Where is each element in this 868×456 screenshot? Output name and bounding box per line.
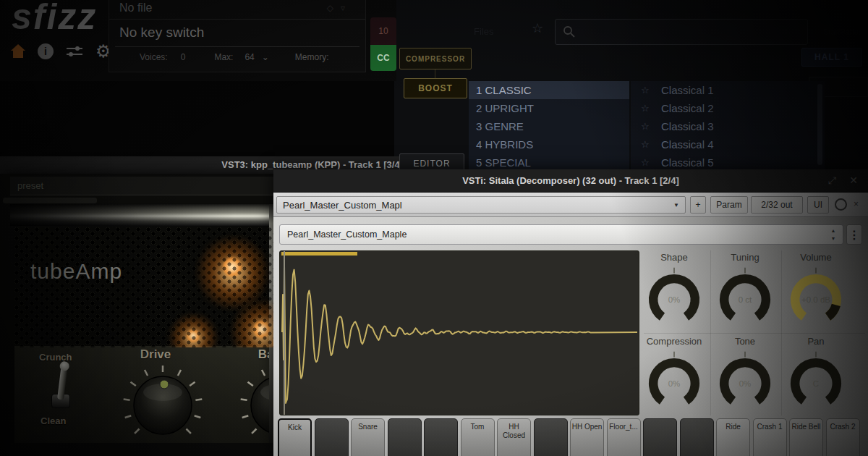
max-dropdown-caret[interactable]: ⌄ <box>262 52 269 62</box>
kit-selector[interactable]: Pearl_Master_Custom_Maple ▲▼ <box>279 224 843 245</box>
power-circle-icon[interactable] <box>835 198 847 211</box>
preset-combobox[interactable]: Pearl_Master_Custom_Mapl ▼ <box>276 196 686 214</box>
sliders-icon[interactable] <box>65 43 84 59</box>
favorite-star-icon[interactable]: ☆ <box>641 117 650 135</box>
drive-knob[interactable] <box>116 358 210 446</box>
waveform-display[interactable] <box>279 250 639 415</box>
knob-dial[interactable]: 0% <box>639 347 709 417</box>
memory-label: Memory: <box>295 52 329 62</box>
home-icon[interactable] <box>10 44 26 59</box>
volume-knob[interactable]: Volume +0.0 dB <box>781 252 851 333</box>
pad-kick[interactable]: Kick <box>278 418 312 456</box>
chevron-down-icon: ▼ <box>673 202 679 208</box>
pad-snare[interactable]: Snare <box>351 418 385 456</box>
tube-glow-core <box>253 320 271 339</box>
tone-knob[interactable]: Tone 0% <box>710 336 780 417</box>
param-button[interactable]: Param <box>710 196 748 214</box>
pad-empty[interactable] <box>680 418 714 456</box>
category-item[interactable]: 3 GENRE <box>469 117 629 135</box>
groove-search-input[interactable] <box>555 19 808 45</box>
ui-button[interactable]: UI <box>807 196 829 214</box>
pad-empty[interactable] <box>424 418 458 456</box>
sfizz-panel: sfizz i ⚙ No file ◇▿ No key switch Voice… <box>0 0 396 81</box>
cc-badge[interactable]: CC <box>370 45 396 71</box>
file-name: No file <box>119 1 152 14</box>
category-item[interactable]: 2 UPRIGHT <box>469 99 629 117</box>
sfizz-logo: sfizz <box>12 0 97 38</box>
kick-waveform <box>280 251 639 415</box>
close-icon[interactable]: ✕ <box>849 174 858 186</box>
file-bar-icons[interactable]: ◇▿ <box>327 3 352 13</box>
knob-label: Tuning <box>710 252 780 263</box>
knob-dial[interactable]: 0% <box>639 263 709 333</box>
favorite-star-icon[interactable]: ☆ <box>641 135 650 153</box>
divider <box>644 333 865 334</box>
knob-dial[interactable]: +0.0 dB <box>781 263 851 333</box>
max-value[interactable]: 64 <box>244 52 254 62</box>
kpp-title: VST3: kpp_tubeamp (KPP) - Track 1 [3/4] <box>221 159 403 170</box>
crunch-label: Crunch <box>39 352 72 363</box>
pad-floor-tom[interactable]: Floor_t... <box>607 418 641 456</box>
preset-item[interactable]: ☆Classical 2 <box>631 99 825 117</box>
drum-pad-row: Kick Snare Tom HH Closed HH Open Floor_t… <box>278 418 868 456</box>
svg-text:0%: 0% <box>739 379 752 388</box>
pad-hh-open[interactable]: HH Open <box>570 418 604 456</box>
shape-knob[interactable]: Shape 0% <box>639 252 709 333</box>
pad-ride-bell[interactable]: Ride Bell <box>789 418 823 456</box>
preset-scrollbar[interactable] <box>817 84 822 165</box>
tubeamp-preset-bar[interactable]: preset <box>10 177 275 195</box>
search-icon <box>563 25 576 38</box>
svg-text:0%: 0% <box>668 379 681 388</box>
knob-dial[interactable]: 0 ct <box>710 263 780 333</box>
preset-item[interactable]: ☆Classical 3 <box>631 117 825 135</box>
star-icon[interactable]: ☆ <box>532 20 543 36</box>
pad-empty[interactable] <box>534 418 568 456</box>
pad-empty[interactable] <box>315 418 349 456</box>
tube-glow <box>197 233 269 313</box>
pan-knob[interactable]: Pan C <box>781 336 851 417</box>
pad-tom[interactable]: Tom <box>461 418 495 456</box>
sitala-window: VSTi: Sitala (Decomposer) (32 out) - Tra… <box>273 169 868 456</box>
boost-button[interactable]: BOOST <box>404 78 467 98</box>
waveform-start-marker[interactable] <box>281 252 357 256</box>
favorite-star-icon[interactable]: ☆ <box>641 99 650 117</box>
sfizz-file-box: No file ◇▿ No key switch Voices: 0 Max: … <box>109 0 366 72</box>
knob-label: Volume <box>781 252 851 263</box>
file-row[interactable]: No file ◇▿ <box>109 0 365 20</box>
knob-label: Compression <box>639 336 709 347</box>
pad-hh-closed[interactable]: HH Closed <box>497 418 531 456</box>
knob-dial[interactable]: 0% <box>710 347 780 417</box>
sfizz-toolbar: i ⚙ <box>10 43 111 59</box>
favorite-star-icon[interactable]: ☆ <box>641 81 650 99</box>
pad-empty[interactable] <box>388 418 422 456</box>
tube-glow <box>231 297 275 347</box>
compressor-button[interactable]: COMPRESSOR <box>399 48 472 69</box>
pad-crash-1[interactable]: Crash 1 <box>753 418 787 456</box>
info-icon[interactable]: i <box>38 43 54 59</box>
tubeamp-window: preset tubeAmp Crunch Clean Drive <box>0 174 275 456</box>
toolbar-close-icon[interactable]: × <box>854 199 859 209</box>
tuning-knob[interactable]: Tuning 0 ct <box>710 252 780 333</box>
pad-ride[interactable]: Ride <box>716 418 750 456</box>
knob-dial[interactable]: C <box>781 347 851 417</box>
preset-item[interactable]: ☆Classical 4 <box>631 135 825 153</box>
sitala-titlebar[interactable]: VSTi: Sitala (Decomposer) (32 out) - Tra… <box>273 169 868 193</box>
spinner-icon[interactable]: ▲▼ <box>828 227 838 242</box>
preset-label: preset <box>17 180 43 191</box>
category-item[interactable]: 4 HYBRIDS <box>469 135 629 153</box>
pad-crash-2[interactable]: Crash 2 <box>826 418 860 456</box>
output-routing-button[interactable]: 2/32 out <box>751 196 803 214</box>
max-label: Max: <box>214 52 233 62</box>
divider <box>115 46 359 47</box>
preset-item[interactable]: ☆Classical 1 <box>631 81 825 99</box>
voices-label: Voices: <box>140 52 168 62</box>
crunch-clean-switch[interactable] <box>45 365 77 413</box>
pad-empty[interactable] <box>643 418 677 456</box>
keyswitch-display[interactable]: No key switch <box>119 25 204 41</box>
hall-1-button[interactable]: HALL 1 <box>801 48 862 67</box>
add-preset-button[interactable]: + <box>690 196 706 214</box>
category-item[interactable]: 1 CLASSIC <box>469 81 629 99</box>
kit-menu-button[interactable]: ⋮ <box>846 224 862 245</box>
expand-icon[interactable]: ⤢ <box>828 174 836 187</box>
compression-knob[interactable]: Compression 0% <box>639 336 709 417</box>
